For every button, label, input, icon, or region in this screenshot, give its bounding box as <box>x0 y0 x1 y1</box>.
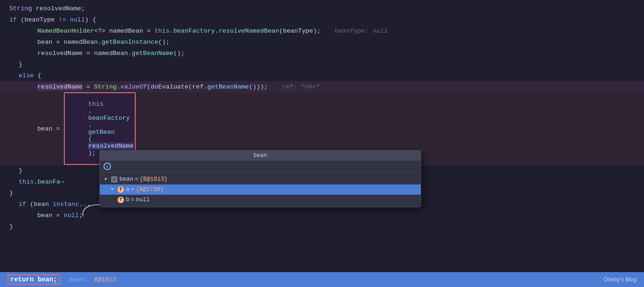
tree-indent2: ▼ f <box>104 186 126 193</box>
beanfactory-ref2: beanFactory <box>88 115 130 122</box>
hint-ref: ref: "<b>" <box>282 83 319 90</box>
punct: (); <box>158 39 169 46</box>
punct: ( <box>26 201 34 208</box>
expand-arrow: ▼ <box>104 177 111 182</box>
ellipsis: → <box>60 178 64 185</box>
punct: ); <box>88 150 96 157</box>
status-hint: bean: B@1813 <box>69 276 116 283</box>
tooltip-header: bean <box>100 150 421 161</box>
keyword-if: if <box>9 16 17 23</box>
punct: . <box>117 83 120 90</box>
punct: = <box>86 50 94 57</box>
code-line: } <box>0 59 644 70</box>
tree-label-bean: bean <box>119 176 133 183</box>
var-bean: bean <box>37 39 56 46</box>
tree-node-bean[interactable]: ▼ ∞ bean = {B@1813} <box>100 174 421 184</box>
method-getbeanname2: getBeanName <box>208 83 249 90</box>
method-resolvenamedbean: resolveNamedBean <box>219 27 279 34</box>
brace-close2: } <box>19 167 22 174</box>
punct: . <box>34 178 37 185</box>
method-getbeanname: getBeanName <box>132 50 173 57</box>
punct: = <box>147 27 154 34</box>
method-getbean: getBean <box>88 129 115 136</box>
var-resolvedname3: resolvedName <box>37 83 83 90</box>
this-keyword2: this <box>88 101 103 108</box>
code-line: resolvedName = namedBean . getBeanName (… <box>0 48 644 59</box>
brace-close3: } <box>9 190 13 197</box>
status-bar: return bean; bean: B@1813 Oneby's Blog <box>0 272 644 287</box>
beanfa-partial: beanFa <box>38 178 61 185</box>
var-namedbean: namedBean <box>109 27 147 34</box>
tooltip-title: bean <box>254 152 267 159</box>
punct: (beanType); <box>279 27 321 34</box>
tree-indent: ▼ ∞ <box>104 176 119 183</box>
tree-value-b: null <box>136 197 150 203</box>
hint-beantype: beanType: null <box>335 27 388 34</box>
tree-eq3: = <box>131 197 135 203</box>
tree-eq: = <box>135 176 138 183</box>
var-namedbean3: namedBean <box>94 50 128 57</box>
punct: . <box>98 39 102 46</box>
punct: (beanType <box>17 16 58 23</box>
code-line-pink: resolvedName = String . valueOf (doEvalu… <box>0 81 644 92</box>
blog-label: Oneby's Blog <box>603 276 637 283</box>
code-line: } <box>0 221 644 232</box>
keyword-null: null <box>64 212 79 219</box>
punct: = <box>52 212 63 219</box>
tree-node-b[interactable]: f b = null <box>100 195 421 205</box>
code-editor: String resolvedName; if (beanType != nul… <box>0 0 644 287</box>
punct: ())); <box>249 83 268 90</box>
punct: = <box>56 39 64 46</box>
method-valueof: valueOf <box>120 83 147 90</box>
watch-icon[interactable]: ⊕ <box>104 163 111 170</box>
type-string: String <box>94 83 117 90</box>
code-line: if (beanType != null ) { <box>0 14 644 25</box>
tree-value-bean: {B@1813} <box>140 176 168 183</box>
beanfactory-ref: beanFactory <box>173 27 215 34</box>
tooltip-toolbar: ⊕ ← → <box>100 161 421 172</box>
this-keyword: this <box>154 27 169 34</box>
var-namedbean2: namedBean <box>64 39 98 46</box>
code-line: String resolvedName; <box>0 3 644 14</box>
tree-label-b: b <box>126 197 130 203</box>
punct: (doEvaluate(ref. <box>147 83 208 90</box>
badge-f-b: f <box>118 197 124 203</box>
keyword-string: String <box>9 5 32 12</box>
code-line: NamedBeanHolder <?> namedBean = this . b… <box>0 25 644 36</box>
tree-indent3: f <box>104 197 126 203</box>
punct: = <box>83 83 94 90</box>
badge-f-a: f <box>118 186 124 193</box>
expand-arrow2: ▼ <box>111 187 118 192</box>
var-bean3: bean <box>34 201 48 208</box>
keyword-instanceof: instanc <box>53 201 79 208</box>
var-resolvedname2: resolvedName <box>37 50 86 57</box>
punct: (); <box>173 50 185 57</box>
forward-button[interactable]: → <box>124 163 132 170</box>
tooltip-tree: ▼ ∞ bean = {B@1813} ▼ f a = {A@1738} <box>100 172 421 207</box>
tree-label-a: a <box>126 186 130 193</box>
back-button[interactable]: ← <box>114 163 121 170</box>
var-resolvedname-selected: resolvedName <box>88 143 133 150</box>
punct: ( <box>88 136 92 143</box>
tree-eq2: = <box>131 186 135 193</box>
punct: { <box>34 72 41 79</box>
punct: . <box>88 108 92 115</box>
tree-node-a[interactable]: ▼ f a = {A@1738} <box>100 184 421 195</box>
brace-close: } <box>19 61 22 68</box>
code-line: else { <box>0 70 644 81</box>
bean-value: B@1813 <box>94 276 116 283</box>
tree-value-a: {A@1738} <box>136 186 164 193</box>
punct: . <box>128 50 132 57</box>
type-namedbeanholder: NamedBeanHolder <box>37 27 94 34</box>
punct: . <box>170 27 173 34</box>
keyword-if2: if <box>19 201 26 208</box>
punct: ) { <box>85 16 96 23</box>
punct: <?> <box>94 27 109 34</box>
return-statement-box: return bean; <box>7 274 60 285</box>
code-line: bean = namedBean . getBeanInstance (); <box>0 36 644 48</box>
var-bean2: bean = <box>37 125 64 132</box>
brace-close4: } <box>9 223 13 230</box>
var-resolvedname: resolvedName; <box>32 5 85 12</box>
method-getbeaninstance: getBeanInstance <box>102 39 159 46</box>
return-statement: return bean; <box>10 276 57 283</box>
